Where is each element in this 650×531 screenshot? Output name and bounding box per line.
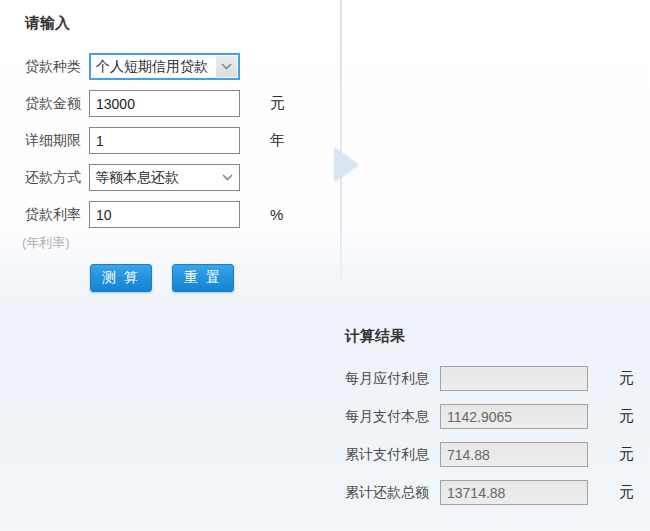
loan-term-unit: 年	[270, 131, 285, 150]
calculate-button[interactable]: 测 算	[90, 264, 152, 292]
monthly-interest-row: 每月应付利息 元	[345, 366, 645, 391]
loan-term-label: 详细期限	[25, 132, 89, 150]
loan-type-label: 贷款种类	[25, 58, 89, 76]
loan-type-select[interactable]: 个人短期信用贷款	[89, 53, 240, 80]
monthly-interest-label: 每月应付利息	[345, 370, 440, 388]
loan-type-row: 贷款种类 个人短期信用贷款	[25, 53, 325, 80]
monthly-interest-unit: 元	[619, 369, 634, 388]
total-repayment-field	[440, 480, 588, 505]
button-row: 测 算 重 置	[90, 264, 325, 292]
repayment-method-dropdown-button[interactable]	[217, 167, 238, 188]
chevron-down-icon	[221, 63, 232, 70]
calculation-result-panel: 计算结果 每月应付利息 元 每月支付本息 元 累计支付利息 元 累计还款总额 元	[345, 327, 645, 518]
monthly-principal-interest-row: 每月支付本息 元	[345, 404, 645, 429]
loan-input-panel: 请输入 贷款种类 个人短期信用贷款 贷款金额 元 详细期限 年 还款方式 等额本…	[25, 14, 325, 292]
reset-button[interactable]: 重 置	[172, 264, 234, 292]
repayment-method-selected-value: 等额本息还款	[90, 169, 217, 187]
interest-rate-input[interactable]	[89, 201, 240, 228]
total-repayment-row: 累计还款总额 元	[345, 480, 645, 505]
loan-amount-label: 贷款金额	[25, 95, 89, 113]
flow-arrow-icon	[334, 147, 358, 181]
total-interest-field	[440, 442, 588, 467]
total-interest-unit: 元	[619, 445, 634, 464]
total-interest-row: 累计支付利息 元	[345, 442, 645, 467]
monthly-principal-interest-field	[440, 404, 588, 429]
monthly-principal-interest-unit: 元	[619, 407, 634, 426]
vertical-divider	[340, 0, 342, 290]
total-repayment-unit: 元	[619, 483, 634, 502]
loan-type-selected-value: 个人短期信用贷款	[91, 58, 216, 76]
loan-amount-unit: 元	[270, 94, 285, 113]
interest-rate-row: 贷款利率 %	[25, 201, 325, 228]
loan-amount-input[interactable]	[89, 90, 240, 117]
monthly-interest-field	[440, 366, 588, 391]
total-interest-label: 累计支付利息	[345, 446, 440, 464]
repayment-method-label: 还款方式	[25, 169, 89, 187]
input-panel-title: 请输入	[25, 14, 325, 33]
loan-term-row: 详细期限 年	[25, 127, 325, 154]
loan-type-dropdown-button[interactable]	[216, 56, 237, 77]
interest-rate-label: 贷款利率	[25, 206, 89, 224]
repayment-method-select[interactable]: 等额本息还款	[89, 164, 240, 191]
result-panel-title: 计算结果	[345, 327, 645, 346]
chevron-down-icon	[222, 174, 233, 181]
total-repayment-label: 累计还款总额	[345, 484, 440, 502]
loan-amount-row: 贷款金额 元	[25, 90, 325, 117]
loan-term-input[interactable]	[89, 127, 240, 154]
repayment-method-row: 还款方式 等额本息还款	[25, 164, 325, 191]
monthly-principal-interest-label: 每月支付本息	[345, 408, 440, 426]
interest-rate-unit: %	[270, 206, 283, 223]
annual-rate-note: (年利率)	[22, 234, 325, 252]
